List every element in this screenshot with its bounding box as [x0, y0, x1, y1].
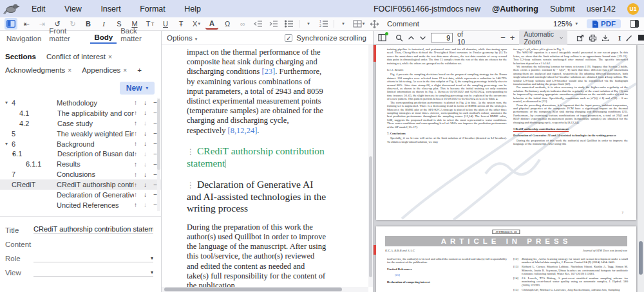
close-icon[interactable]: ×	[108, 53, 112, 60]
add-section-tab-button[interactable]: +	[137, 66, 142, 74]
tree-row[interactable]: 4.1The applicability and con↑↓−	[0, 108, 161, 118]
citation-link[interactable]: [8,12,24]	[228, 126, 258, 135]
close-icon[interactable]: ×	[123, 67, 127, 74]
tree-row[interactable]: Declaration of Generative↑↓−	[0, 190, 161, 200]
special-character-button[interactable]: Ω	[221, 18, 234, 30]
toggle-sidebar-button[interactable]	[5, 18, 17, 30]
tree-row[interactable]: 4.2Case study↑↓−	[0, 118, 161, 129]
find-next-icon[interactable]	[419, 35, 426, 41]
tree-row[interactable]: ▾6.1Description of Busan data↑↓−	[0, 149, 161, 159]
print-icon[interactable]	[589, 34, 597, 42]
menu-view[interactable]: View	[56, 5, 90, 14]
move-down-icon[interactable]: ↓	[144, 181, 147, 188]
drag-handle-icon[interactable]: ⋮	[187, 181, 194, 190]
close-icon[interactable]: ×	[68, 67, 71, 74]
script-menu-button[interactable]: X▾	[190, 18, 203, 30]
content-field[interactable]	[33, 248, 153, 248]
text-select-tool-icon[interactable]: I	[618, 34, 621, 42]
new-section-button[interactable]: New▾	[120, 82, 155, 95]
role-select[interactable]: ▾	[33, 255, 153, 262]
pdf-scrollbar[interactable]	[638, 45, 644, 292]
zoom-level-dropdown[interactable]: 125%▾	[553, 20, 578, 28]
pdf-viewer[interactable]: training pipeline is factorised, and per…	[374, 45, 644, 292]
tab-navigation[interactable]: Navigation	[3, 35, 45, 44]
caret-down-icon[interactable]: ▾	[5, 100, 12, 105]
chip-acknowledgments[interactable]: Acknowledgments×	[5, 66, 71, 74]
move-down-icon[interactable]: ↓	[144, 201, 147, 208]
menu-edit[interactable]: Edit	[23, 5, 54, 14]
tree-row[interactable]: ▾4Methodology↑↓−	[0, 98, 161, 108]
pdf-search-icon[interactable]	[395, 34, 403, 42]
move-down-icon[interactable]: ↓	[144, 171, 147, 178]
heading-credit-statement[interactable]: ⋮CRediT authorship contribution statemen…	[187, 145, 327, 169]
editor-paragraph[interactable]: impact on the thermal performance of the…	[187, 48, 327, 136]
tree-row[interactable]: 6.1.1Results↑↓−	[0, 159, 161, 169]
annotate-pencil-icon[interactable]	[625, 34, 633, 42]
numbered-list-menu-icon[interactable]: ▾	[337, 18, 350, 30]
numbered-list-button[interactable]: 12	[317, 18, 330, 30]
move-down-icon[interactable]: ↓	[144, 130, 147, 137]
open-in-new-icon[interactable]	[576, 34, 584, 42]
stamp-tool-icon[interactable]	[638, 34, 644, 41]
move-down-icon[interactable]: ↓	[144, 140, 147, 147]
editor-paragraph[interactable]: During the preparation of this work the …	[187, 223, 327, 287]
zoom-mode-select[interactable]: Automatic Zoom	[519, 30, 567, 46]
move-down-icon[interactable]: ↓	[144, 109, 147, 116]
move-up-icon[interactable]: ↑	[134, 109, 137, 116]
bullet-list-button[interactable]	[283, 18, 296, 30]
font-color-button[interactable]: A	[205, 18, 218, 30]
find-previous-icon[interactable]	[408, 35, 415, 41]
tree-scrollbar[interactable]	[157, 98, 160, 211]
view-select[interactable]: ▾	[33, 269, 153, 277]
tree-row[interactable]: 5The weakly weighted Eins↑↓−	[0, 129, 161, 139]
citation-link[interactable]: [23]	[261, 67, 275, 76]
tab-front-matter[interactable]: Front matter	[45, 27, 90, 44]
move-down-icon[interactable]: ↓	[144, 120, 147, 127]
comment-button[interactable]: Comment	[387, 20, 419, 28]
underline-button[interactable]: U	[159, 18, 172, 30]
zoom-out-icon[interactable]: −	[500, 33, 506, 42]
right-panel-toggle-icon[interactable]	[630, 20, 639, 28]
move-down-icon[interactable]: ↓	[144, 99, 147, 106]
download-icon[interactable]	[601, 34, 609, 42]
move-down-icon[interactable]: ↓	[144, 191, 147, 198]
move-down-icon[interactable]: ↓	[144, 151, 147, 158]
move-up-icon[interactable]: ↑	[134, 99, 137, 106]
move-tool-icon[interactable]	[368, 18, 381, 30]
tree-row[interactable]: 7Conclusions↑↓−	[0, 169, 161, 179]
drag-handle-icon[interactable]: ⋮	[187, 147, 194, 156]
pdf-sidebar-toggle-icon[interactable]	[378, 33, 386, 42]
chip-conflict-of-interest[interactable]: Conflict of interest×	[46, 53, 112, 60]
tab-back-matter[interactable]: Back matter	[117, 27, 161, 44]
move-up-icon[interactable]: ↑	[134, 181, 137, 188]
move-up-icon[interactable]: ↑	[134, 191, 137, 198]
caret-down-icon[interactable]: ▾	[5, 141, 12, 147]
menu-insert[interactable]: Insert	[92, 5, 129, 14]
indent-decrease-icon[interactable]	[252, 18, 265, 30]
previous-change-icon[interactable]: ⇤	[20, 18, 33, 30]
tree-row[interactable]: Uncited References↑↓−	[0, 200, 161, 210]
move-up-icon[interactable]: ↑	[134, 120, 137, 127]
link-button[interactable]: ∞	[236, 18, 249, 30]
tree-row[interactable]: ▾6Background↑↓−	[0, 139, 161, 149]
move-up-icon[interactable]: ↑	[134, 201, 137, 208]
zoom-in-icon[interactable]: +	[510, 33, 515, 42]
avatar[interactable]: U1	[627, 3, 639, 15]
move-up-icon[interactable]: ↑	[134, 130, 137, 137]
editor-horizontal-scrollbar[interactable]	[162, 287, 368, 292]
editor-body[interactable]: impact on the thermal performance of the…	[162, 45, 368, 287]
italic-button[interactable]: I	[97, 18, 110, 30]
move-up-icon[interactable]: ↑	[134, 171, 137, 178]
tab-body[interactable]: Body	[90, 33, 117, 44]
table-menu-button[interactable]: ▾	[352, 18, 365, 30]
tree-row-selected[interactable]: CRediTCRediT authorship contrib↑↓−	[0, 179, 161, 190]
heading-ai-declaration[interactable]: ⋮Declaration of Generative AI and AI-ass…	[187, 179, 327, 214]
submit-button[interactable]: Submit	[550, 5, 575, 14]
move-up-icon[interactable]: ↑	[134, 140, 137, 147]
menu-help[interactable]: Help	[176, 5, 209, 14]
bullet-list-menu-icon[interactable]: ▾	[302, 18, 315, 30]
indent-increase-icon[interactable]	[267, 18, 280, 30]
page-number-input[interactable]	[431, 33, 453, 42]
chip-appendices[interactable]: Appendices×	[82, 66, 127, 74]
synchronize-scrolling-checkbox[interactable]: ✓	[285, 34, 292, 42]
